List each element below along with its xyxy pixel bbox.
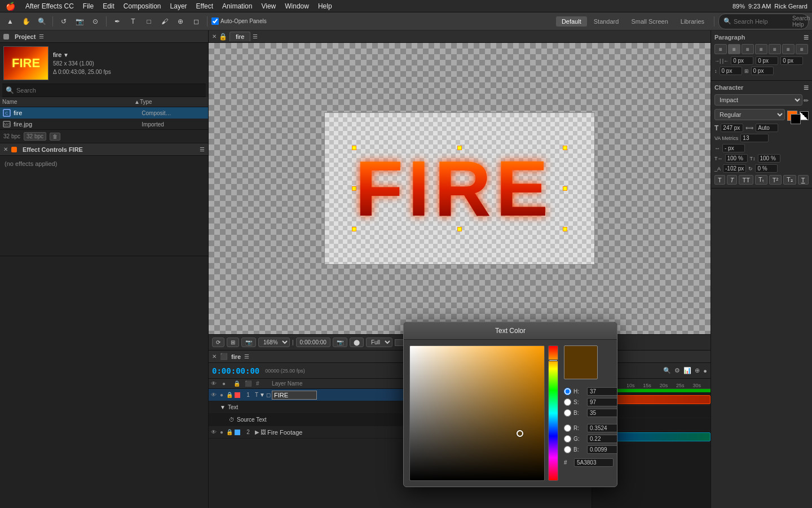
layer1-solo[interactable]: ● <box>218 391 226 399</box>
align-left[interactable]: ≡ <box>714 44 727 54</box>
no-color-swatch[interactable] <box>800 111 809 120</box>
b-radio[interactable] <box>564 409 571 417</box>
font-name-select[interactable]: Impact <box>714 94 802 106</box>
justify-left[interactable]: ≡ <box>755 44 767 54</box>
workspace-default[interactable]: Default <box>556 16 587 27</box>
zoom-select[interactable]: 168% <box>258 338 290 347</box>
preview-arrow[interactable]: ▼ <box>63 52 69 58</box>
justify-right[interactable]: ≡ <box>782 44 795 54</box>
text-style-super[interactable]: T² <box>769 175 782 185</box>
leading-value[interactable]: Auto <box>756 124 778 132</box>
effect-panel-menu[interactable]: ☰ <box>200 146 205 152</box>
va-metrics-value[interactable]: 13 <box>740 134 769 142</box>
menu-file[interactable]: File <box>78 0 98 12</box>
auto-open-panels-label[interactable]: Auto-Open Panels <box>211 17 267 25</box>
layer2-eye[interactable]: 👁 <box>210 428 218 436</box>
g-radio[interactable] <box>564 435 571 443</box>
stroke-color-swatch[interactable] <box>791 114 801 124</box>
orbit-tool[interactable]: ⊙ <box>89 15 102 28</box>
timeline-menu[interactable]: ☰ <box>244 353 249 360</box>
hand-tool[interactable]: ✋ <box>19 15 33 28</box>
scale-v-value[interactable]: 100 % <box>758 154 780 163</box>
para-spacing-val[interactable]: 0 px <box>751 67 774 75</box>
timecode-display[interactable]: 0:00:00:00 <box>212 366 259 375</box>
text-tool[interactable]: T <box>126 15 140 28</box>
comp-tab-menu[interactable]: ☰ <box>253 33 258 40</box>
margin-top-val[interactable]: 0 px <box>780 56 803 65</box>
menu-help[interactable]: Help <box>314 0 337 12</box>
timeline-extra-btn[interactable]: ⊕ <box>695 367 700 374</box>
bpc-button[interactable]: 32 bpc <box>24 132 46 141</box>
font-size-value[interactable]: 247 px <box>721 124 743 132</box>
layer1-lock[interactable]: 🔒 <box>226 391 233 399</box>
menu-composition[interactable]: Composition <box>119 0 166 12</box>
viewer-snap-btn[interactable]: 📷 <box>333 338 347 347</box>
layer1-color[interactable] <box>235 392 240 398</box>
shape-tool[interactable]: □ <box>142 15 156 28</box>
g-value-input[interactable] <box>587 435 617 443</box>
menu-layer[interactable]: Layer <box>166 0 192 12</box>
file-row-firejpg[interactable]: IMG fire.jpg Imported <box>0 119 208 129</box>
menu-view[interactable]: View <box>257 0 280 12</box>
viewer-camera-btn[interactable]: 📷 <box>241 338 256 347</box>
auto-open-panels-checkbox[interactable] <box>211 17 219 25</box>
layer1-expand[interactable]: ▼ <box>259 392 265 398</box>
character-menu[interactable]: ☰ <box>804 85 809 91</box>
layer2-color[interactable] <box>235 430 240 435</box>
justify-all[interactable]: ≡ <box>796 44 808 54</box>
rotate-tool[interactable]: ↺ <box>57 15 70 28</box>
menu-effect[interactable]: Effect <box>192 0 218 12</box>
timeline-solo-btn[interactable]: ● <box>703 367 707 374</box>
b2-radio[interactable] <box>564 446 571 453</box>
font-edit-icon[interactable]: ✏ <box>804 97 809 104</box>
menu-animation[interactable]: Animation <box>218 0 257 12</box>
h-value-input[interactable] <box>587 387 617 396</box>
project-panel-menu[interactable]: ☰ <box>39 33 44 40</box>
menu-aftereffects[interactable]: After Effects CC <box>21 0 78 12</box>
text-style-t1[interactable]: T <box>714 175 725 185</box>
search-box[interactable]: 🔍 Search Help <box>718 14 809 29</box>
tracking-value[interactable]: - px <box>722 144 745 152</box>
workspace-libraries[interactable]: Libraries <box>675 16 710 27</box>
file-row-fire-comp[interactable]: C fire Composit… <box>0 107 208 119</box>
font-style-select[interactable]: Regular <box>714 109 785 120</box>
baseline-value[interactable]: -102 px <box>723 164 746 173</box>
timeline-settings-btn[interactable]: ⚙ <box>674 367 680 374</box>
scale-h-value[interactable]: 100 % <box>725 154 748 163</box>
layer1-eye[interactable]: 👁 <box>210 391 218 399</box>
comp-lock-icon[interactable]: 🔒 <box>219 33 227 41</box>
r-radio[interactable] <box>564 424 571 432</box>
align-right[interactable]: ≡ <box>742 44 754 54</box>
align-center[interactable]: ≡ <box>728 44 740 54</box>
panel-close-btn[interactable]: ✕ <box>3 146 8 152</box>
margin-right-val[interactable]: 0 px <box>756 56 778 65</box>
search-input[interactable] <box>734 18 790 25</box>
text-style-underline[interactable]: T <box>798 175 809 185</box>
b2-value-input[interactable] <box>587 445 617 454</box>
clone-tool[interactable]: ⊕ <box>174 15 187 28</box>
timeline-close[interactable]: ✕ <box>212 353 217 360</box>
hex-value-input[interactable] <box>574 458 614 467</box>
brush-tool[interactable]: 🖌 <box>158 15 171 28</box>
text-style-t2[interactable]: T <box>727 175 738 185</box>
text-expand[interactable]: ▼ <box>220 404 228 410</box>
viewer-color-btn[interactable]: ⬤ <box>350 338 364 347</box>
indent-val[interactable]: 0 px <box>720 67 742 75</box>
quality-select[interactable]: Full <box>366 338 392 347</box>
apple-menu[interactable]: 🍎 <box>0 2 21 11</box>
zoom-tool[interactable]: 🔍 <box>35 15 48 28</box>
text-style-all-caps[interactable]: TT <box>739 175 753 185</box>
s-radio[interactable] <box>564 398 571 406</box>
paragraph-menu[interactable]: ☰ <box>804 34 809 41</box>
comp-panel-close[interactable]: ✕ <box>212 33 217 40</box>
layer2-lock[interactable]: 🔒 <box>226 428 233 436</box>
layer1-name-input[interactable] <box>272 391 317 400</box>
color-gradient-picker[interactable] <box>409 345 545 481</box>
workspace-standard[interactable]: Standard <box>588 16 625 27</box>
layer2-expand-btn[interactable]: ▶ <box>255 429 259 435</box>
text-style-sub[interactable]: T₂ <box>783 175 796 185</box>
source-text-stopwatch[interactable]: ⏱ <box>229 417 235 423</box>
layer2-solo[interactable]: ● <box>218 428 226 436</box>
r-value-input[interactable] <box>587 424 617 432</box>
hue-slider[interactable] <box>548 345 558 481</box>
